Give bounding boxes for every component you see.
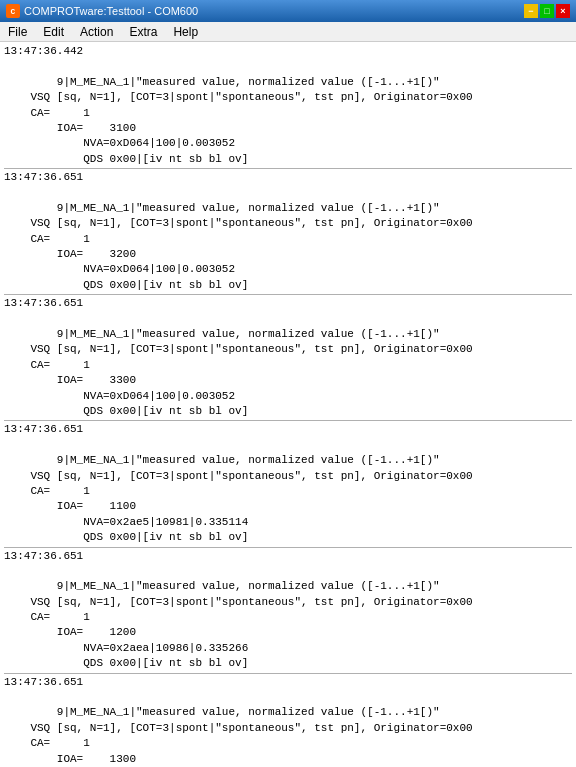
- log-line: NVA=0xD064|100|0.003052: [4, 136, 572, 151]
- menu-action[interactable]: Action: [72, 22, 121, 41]
- log-line: VSQ [sq, N=1], [COT=3|spont|"spontaneous…: [4, 90, 572, 105]
- log-line: IOA= 1300: [4, 752, 572, 767]
- log-line: 9|M_ME_NA_1|"measured value, normalized …: [4, 327, 572, 342]
- log-line: NVA=0x2ae5|10981|0.335114: [4, 515, 572, 530]
- log-line: IOA= 3100: [4, 121, 572, 136]
- log-entry: 13:47:36.651 9|M_ME_NA_1|"measured value…: [4, 296, 572, 419]
- log-line: 9|M_ME_NA_1|"measured value, normalized …: [4, 705, 572, 720]
- window-controls[interactable]: − □ ×: [524, 4, 570, 18]
- maximize-button[interactable]: □: [540, 4, 554, 18]
- log-entry: 13:47:36.651 9|M_ME_NA_1|"measured value…: [4, 170, 572, 293]
- log-timestamp: 13:47:36.651: [4, 675, 572, 690]
- menu-file[interactable]: File: [0, 22, 35, 41]
- log-line: CA= 1: [4, 358, 572, 373]
- log-line: 9|M_ME_NA_1|"measured value, normalized …: [4, 579, 572, 594]
- log-line: CA= 1: [4, 610, 572, 625]
- log-line: VSQ [sq, N=1], [COT=3|spont|"spontaneous…: [4, 342, 572, 357]
- log-line: CA= 1: [4, 736, 572, 751]
- window-title: COMPROTware:Testtool - COM600: [24, 5, 198, 17]
- log-entry: 13:47:36.651 9|M_ME_NA_1|"measured value…: [4, 422, 572, 545]
- log-line: NVA=0x2aea|10986|0.335266: [4, 641, 572, 656]
- title-bar-left: C COMPROTware:Testtool - COM600: [6, 4, 198, 18]
- menu-edit[interactable]: Edit: [35, 22, 72, 41]
- entry-divider: [4, 420, 572, 421]
- log-entry: 13:47:36.651 9|M_ME_NA_1|"measured value…: [4, 675, 572, 767]
- log-timestamp: 13:47:36.651: [4, 296, 572, 311]
- log-area: 13:47:36.442 9|M_ME_NA_1|"measured value…: [0, 42, 576, 767]
- log-line: QDS 0x00|[iv nt sb bl ov]: [4, 278, 572, 293]
- entry-divider: [4, 294, 572, 295]
- entry-divider: [4, 168, 572, 169]
- log-line: CA= 1: [4, 484, 572, 499]
- log-line: IOA= 3200: [4, 247, 572, 262]
- log-timestamp: 13:47:36.651: [4, 170, 572, 185]
- log-entry: 13:47:36.651 9|M_ME_NA_1|"measured value…: [4, 549, 572, 672]
- log-line: 9|M_ME_NA_1|"measured value, normalized …: [4, 201, 572, 216]
- log-line: 9|M_ME_NA_1|"measured value, normalized …: [4, 75, 572, 90]
- log-line: IOA= 1200: [4, 625, 572, 640]
- menu-bar: File Edit Action Extra Help: [0, 22, 576, 42]
- log-line: IOA= 1100: [4, 499, 572, 514]
- log-line: NVA=0xD064|100|0.003052: [4, 262, 572, 277]
- entry-divider: [4, 547, 572, 548]
- app-icon: C: [6, 4, 20, 18]
- log-line: VSQ [sq, N=1], [COT=3|spont|"spontaneous…: [4, 721, 572, 736]
- menu-help[interactable]: Help: [165, 22, 206, 41]
- log-line: 9|M_ME_NA_1|"measured value, normalized …: [4, 453, 572, 468]
- log-line: CA= 1: [4, 232, 572, 247]
- log-line: NVA=0xD064|100|0.003052: [4, 389, 572, 404]
- log-line: IOA= 3300: [4, 373, 572, 388]
- log-timestamp: 13:47:36.651: [4, 422, 572, 437]
- minimize-button[interactable]: −: [524, 4, 538, 18]
- log-line: CA= 1: [4, 106, 572, 121]
- title-bar: C COMPROTware:Testtool - COM600 − □ ×: [0, 0, 576, 22]
- log-line: VSQ [sq, N=1], [COT=3|spont|"spontaneous…: [4, 469, 572, 484]
- log-line: QDS 0x00|[iv nt sb bl ov]: [4, 152, 572, 167]
- log-entry: 13:47:36.442 9|M_ME_NA_1|"measured value…: [4, 44, 572, 167]
- close-button[interactable]: ×: [556, 4, 570, 18]
- log-timestamp: 13:47:36.651: [4, 549, 572, 564]
- log-line: QDS 0x00|[iv nt sb bl ov]: [4, 530, 572, 545]
- log-line: QDS 0x00|[iv nt sb bl ov]: [4, 656, 572, 671]
- log-line: VSQ [sq, N=1], [COT=3|spont|"spontaneous…: [4, 595, 572, 610]
- log-timestamp: 13:47:36.442: [4, 44, 572, 59]
- log-line: QDS 0x00|[iv nt sb bl ov]: [4, 404, 572, 419]
- log-line: VSQ [sq, N=1], [COT=3|spont|"spontaneous…: [4, 216, 572, 231]
- entry-divider: [4, 673, 572, 674]
- menu-extra[interactable]: Extra: [121, 22, 165, 41]
